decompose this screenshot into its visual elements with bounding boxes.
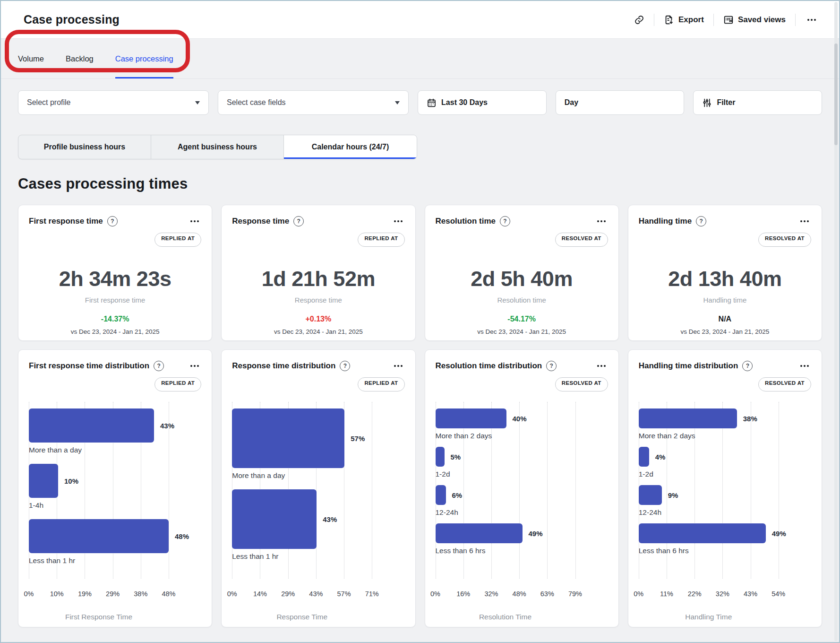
bar[interactable] (639, 408, 737, 428)
card-more-options-icon[interactable] (595, 215, 608, 228)
help-icon[interactable]: ? (546, 361, 557, 371)
card-more-options-icon[interactable] (595, 359, 608, 373)
filter-bar: Select profile Select case fields Last 3… (1, 79, 839, 115)
card-title: Resolution time (436, 217, 496, 226)
bar[interactable] (29, 519, 169, 553)
bar-row: 9%12-24h (639, 485, 811, 517)
scrollbar-thumb[interactable] (834, 43, 838, 145)
date-range-value: Last 30 Days (441, 98, 488, 107)
tab-volume[interactable]: Volume (18, 39, 44, 78)
x-tick-label: 16% (456, 590, 470, 598)
help-icon[interactable]: ? (293, 216, 304, 226)
bar[interactable] (436, 485, 446, 505)
bar[interactable] (232, 489, 317, 549)
bar-value-label: 10% (64, 477, 78, 485)
card-title: Response time (232, 217, 289, 226)
profile-select[interactable]: Select profile (18, 90, 209, 115)
card-title: First response time (29, 217, 103, 226)
help-icon[interactable]: ? (340, 361, 350, 371)
bar-category-label: Less than 6 hrs (436, 547, 608, 555)
help-icon[interactable]: ? (500, 216, 510, 226)
x-tick-label: 29% (281, 590, 295, 598)
date-range-picker[interactable]: Last 30 Days (418, 90, 547, 115)
bar-chart: 38%More than 2 days4%1-2d9%12-24h49%Less… (639, 402, 811, 605)
kpi-card: Response time ? REPLIED AT 1d 21h 52m Re… (221, 205, 415, 341)
tab-case-processing[interactable]: Case processing (115, 39, 173, 78)
bar-chart: 57%More than a day43%Less than 1 hr 0%14… (232, 402, 404, 605)
x-tick-label: 43% (309, 590, 323, 598)
bar-category-label: More than 2 days (436, 432, 608, 440)
export-label: Export (678, 15, 704, 25)
x-tick-label: 57% (337, 590, 351, 598)
card-title: First response time distribution (29, 361, 149, 371)
case-processing-dashboard: Case processing Export Saved views Volum… (0, 0, 840, 643)
bar[interactable] (232, 408, 344, 468)
segment-agent-business-hours[interactable]: Agent business hours (151, 135, 284, 159)
more-options-icon[interactable] (805, 13, 818, 26)
card-more-options-icon[interactable] (188, 359, 201, 373)
x-tick-label: 43% (744, 590, 757, 598)
x-tick-label: 29% (106, 590, 120, 598)
bar-chart: 40%More than 2 days5%1-2d6%12-24h49%Less… (436, 402, 608, 605)
bars: 40%More than 2 days5%1-2d6%12-24h49%Less… (436, 402, 608, 555)
x-tick-label: 22% (688, 590, 702, 598)
segment-calendar-hours[interactable]: Calendar hours (24/7) (284, 135, 417, 159)
bars: 57%More than a day43%Less than 1 hr (232, 402, 404, 561)
kpi-delta: N/A (639, 315, 811, 323)
x-axis-ticks: 0%10%19%29%38%48% (29, 590, 169, 600)
x-axis-title: First Response Time (29, 613, 169, 621)
bar-value-label: 4% (655, 453, 666, 461)
event-type-badge: RESOLVED AT (758, 233, 811, 247)
bar-value-label: 6% (452, 491, 463, 499)
filter-button[interactable]: Filter (693, 90, 822, 115)
card-more-options-icon[interactable] (798, 215, 811, 228)
card-more-options-icon[interactable] (392, 359, 405, 373)
bar[interactable] (29, 408, 154, 443)
x-tick-label: 79% (568, 590, 582, 598)
segment-profile-business-hours[interactable]: Profile business hours (18, 135, 151, 159)
x-tick-label: 14% (253, 590, 267, 598)
bar-row: 5%1-2d (436, 447, 608, 478)
help-icon[interactable]: ? (742, 361, 753, 371)
copy-link-button[interactable] (634, 15, 644, 25)
bar[interactable] (29, 464, 58, 498)
bar[interactable] (639, 523, 766, 543)
bar-category-label: 1-2d (639, 470, 811, 478)
saved-views-button[interactable]: Saved views (723, 15, 786, 25)
bar[interactable] (436, 447, 445, 467)
help-icon[interactable]: ? (154, 361, 164, 371)
card-more-options-icon[interactable] (798, 359, 811, 373)
bar-value-label: 9% (668, 491, 678, 499)
kpi-card: First response time ? REPLIED AT 2h 34m … (18, 205, 212, 341)
bar[interactable] (639, 485, 662, 505)
export-icon (664, 15, 674, 25)
bar-category-label: Less than 1 hr (29, 556, 201, 565)
bar-row: 10%1-4h (29, 464, 201, 510)
bar[interactable] (436, 523, 523, 543)
report-tabs: Volume Backlog Case processing (1, 39, 839, 79)
export-button[interactable]: Export (664, 15, 704, 25)
calendar-icon (427, 98, 437, 108)
x-tick-label: 71% (365, 590, 379, 598)
card-title: Resolution time distribution (436, 361, 542, 371)
case-fields-select[interactable]: Select case fields (218, 90, 409, 115)
tab-backlog[interactable]: Backlog (66, 39, 94, 78)
kpi-delta: +0.13% (232, 315, 404, 323)
card-more-options-icon[interactable] (392, 215, 405, 228)
granularity-select[interactable]: Day (556, 90, 685, 115)
card-more-options-icon[interactable] (188, 215, 201, 228)
x-tick-label: 54% (771, 590, 785, 598)
bar[interactable] (436, 408, 506, 428)
x-tick-label: 0% (430, 590, 440, 598)
x-tick-label: 0% (24, 590, 34, 598)
scrollbar[interactable] (834, 2, 838, 641)
bar-row: 38%More than 2 days (639, 408, 811, 440)
help-icon[interactable]: ? (696, 216, 706, 226)
bar-row: 43%More than a day (29, 408, 201, 454)
chart-card: First response time distribution ? REPLI… (18, 349, 212, 627)
event-type-badge: RESOLVED AT (555, 233, 608, 247)
bar[interactable] (639, 447, 649, 467)
help-icon[interactable]: ? (107, 216, 118, 226)
bar-row: 43%Less than 1 hr (232, 489, 404, 561)
page-title: Case processing (24, 13, 120, 26)
